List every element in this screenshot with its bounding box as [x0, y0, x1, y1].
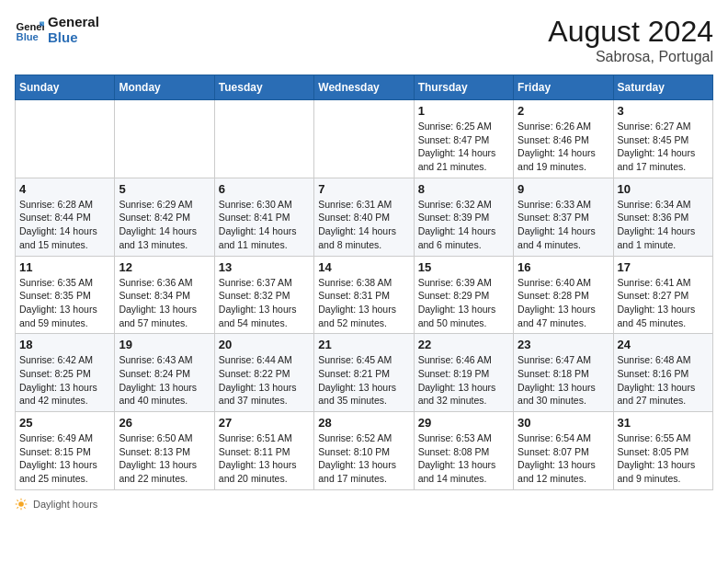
day-number: 21 [318, 338, 409, 351]
day-info: Sunrise: 6:51 AMSunset: 8:11 PMDaylight:… [219, 431, 310, 486]
calendar-cell: 31Sunrise: 6:55 AMSunset: 8:05 PMDayligh… [613, 412, 712, 490]
calendar-cell: 23Sunrise: 6:47 AMSunset: 8:18 PMDayligh… [514, 334, 613, 412]
calendar-table: SundayMondayTuesdayWednesdayThursdayFrid… [15, 75, 713, 490]
day-number: 8 [418, 182, 509, 196]
calendar-cell: 1Sunrise: 6:25 AMSunset: 8:47 PMDaylight… [414, 100, 513, 178]
day-info: Sunrise: 6:44 AMSunset: 8:22 PMDaylight:… [219, 353, 310, 408]
day-number: 9 [518, 182, 609, 196]
day-number: 30 [518, 416, 609, 430]
day-info: Sunrise: 6:52 AMSunset: 8:10 PMDaylight:… [318, 431, 409, 486]
svg-line-10 [24, 507, 25, 508]
calendar-cell [115, 100, 214, 178]
calendar-cell: 28Sunrise: 6:52 AMSunset: 8:10 PMDayligh… [314, 412, 414, 490]
logo-line1: General [48, 15, 99, 30]
calendar-cell: 3Sunrise: 6:27 AMSunset: 8:45 PMDaylight… [613, 100, 712, 178]
day-number: 18 [19, 338, 110, 351]
day-number: 12 [119, 260, 210, 274]
calendar-cell: 9Sunrise: 6:33 AMSunset: 8:37 PMDaylight… [514, 178, 613, 256]
calendar-cell: 20Sunrise: 6:44 AMSunset: 8:22 PMDayligh… [214, 334, 313, 412]
calendar-cell: 4Sunrise: 6:28 AMSunset: 8:44 PMDaylight… [16, 178, 115, 256]
day-number: 15 [418, 260, 509, 274]
calendar-cell: 5Sunrise: 6:29 AMSunset: 8:42 PMDaylight… [115, 178, 214, 256]
day-number: 14 [318, 260, 409, 274]
day-info: Sunrise: 6:43 AMSunset: 8:24 PMDaylight:… [119, 353, 210, 408]
calendar-cell: 2Sunrise: 6:26 AMSunset: 8:46 PMDaylight… [514, 100, 613, 178]
calendar-cell: 22Sunrise: 6:46 AMSunset: 8:19 PMDayligh… [414, 334, 513, 412]
calendar-cell: 12Sunrise: 6:36 AMSunset: 8:34 PMDayligh… [115, 256, 214, 334]
day-info: Sunrise: 6:36 AMSunset: 8:34 PMDaylight:… [119, 276, 210, 330]
sun-icon [15, 498, 28, 511]
calendar-cell: 18Sunrise: 6:42 AMSunset: 8:25 PMDayligh… [16, 334, 115, 412]
location: Sabrosa, Portugal [548, 49, 713, 65]
day-number: 25 [19, 416, 110, 430]
day-number: 31 [618, 416, 709, 430]
page-header: General Blue General Blue August 2024 Sa… [15, 15, 713, 65]
day-number: 23 [518, 338, 609, 351]
day-number: 17 [618, 260, 709, 274]
day-info: Sunrise: 6:25 AMSunset: 8:47 PMDaylight:… [418, 120, 509, 174]
day-number: 13 [219, 260, 310, 274]
day-info: Sunrise: 6:29 AMSunset: 8:42 PMDaylight:… [119, 198, 210, 252]
weekday-header: Saturday [613, 75, 712, 100]
day-number: 20 [219, 338, 310, 351]
day-info: Sunrise: 6:39 AMSunset: 8:29 PMDaylight:… [418, 276, 509, 330]
svg-line-9 [17, 500, 17, 500]
day-info: Sunrise: 6:40 AMSunset: 8:28 PMDaylight:… [518, 276, 609, 330]
calendar-cell: 26Sunrise: 6:50 AMSunset: 8:13 PMDayligh… [115, 412, 214, 490]
logo-icon: General Blue [15, 16, 44, 45]
calendar-cell: 17Sunrise: 6:41 AMSunset: 8:27 PMDayligh… [613, 256, 712, 334]
daylight-label: Daylight hours [33, 499, 97, 510]
svg-text:Blue: Blue [17, 31, 39, 42]
day-info: Sunrise: 6:34 AMSunset: 8:36 PMDaylight:… [618, 198, 709, 252]
day-number: 5 [119, 182, 210, 196]
day-number: 26 [119, 416, 210, 430]
day-info: Sunrise: 6:31 AMSunset: 8:40 PMDaylight:… [318, 198, 409, 252]
calendar-cell: 27Sunrise: 6:51 AMSunset: 8:11 PMDayligh… [214, 412, 313, 490]
weekday-header: Thursday [414, 75, 513, 100]
calendar-cell: 6Sunrise: 6:30 AMSunset: 8:41 PMDaylight… [214, 178, 313, 256]
day-info: Sunrise: 6:50 AMSunset: 8:13 PMDaylight:… [119, 431, 210, 486]
calendar-cell: 24Sunrise: 6:48 AMSunset: 8:16 PMDayligh… [613, 334, 712, 412]
weekday-header: Monday [115, 75, 214, 100]
calendar-cell: 14Sunrise: 6:38 AMSunset: 8:31 PMDayligh… [314, 256, 414, 334]
day-info: Sunrise: 6:33 AMSunset: 8:37 PMDaylight:… [518, 198, 609, 252]
calendar-cell [314, 100, 414, 178]
day-info: Sunrise: 6:32 AMSunset: 8:39 PMDaylight:… [418, 198, 509, 252]
day-info: Sunrise: 6:49 AMSunset: 8:15 PMDaylight:… [19, 431, 110, 486]
svg-line-11 [24, 500, 25, 500]
weekday-header: Sunday [16, 75, 115, 100]
svg-line-12 [17, 507, 17, 508]
day-info: Sunrise: 6:41 AMSunset: 8:27 PMDaylight:… [618, 276, 709, 330]
day-number: 10 [618, 182, 709, 196]
day-number: 29 [418, 416, 509, 430]
day-info: Sunrise: 6:45 AMSunset: 8:21 PMDaylight:… [318, 353, 409, 408]
day-number: 16 [518, 260, 609, 274]
calendar-header: SundayMondayTuesdayWednesdayThursdayFrid… [16, 75, 713, 100]
day-number: 24 [618, 338, 709, 351]
day-info: Sunrise: 6:26 AMSunset: 8:46 PMDaylight:… [518, 120, 609, 174]
calendar-cell: 25Sunrise: 6:49 AMSunset: 8:15 PMDayligh… [16, 412, 115, 490]
svg-point-4 [18, 501, 24, 507]
calendar-cell: 30Sunrise: 6:54 AMSunset: 8:07 PMDayligh… [514, 412, 613, 490]
logo: General Blue General Blue [15, 15, 99, 45]
day-info: Sunrise: 6:47 AMSunset: 8:18 PMDaylight:… [518, 353, 609, 408]
calendar-cell: 16Sunrise: 6:40 AMSunset: 8:28 PMDayligh… [514, 256, 613, 334]
calendar-cell: 7Sunrise: 6:31 AMSunset: 8:40 PMDaylight… [314, 178, 414, 256]
weekday-header: Friday [514, 75, 613, 100]
calendar-cell: 11Sunrise: 6:35 AMSunset: 8:35 PMDayligh… [16, 256, 115, 334]
day-info: Sunrise: 6:37 AMSunset: 8:32 PMDaylight:… [219, 276, 310, 330]
day-info: Sunrise: 6:46 AMSunset: 8:19 PMDaylight:… [418, 353, 509, 408]
day-number: 19 [119, 338, 210, 351]
day-number: 27 [219, 416, 310, 430]
day-number: 4 [19, 182, 110, 196]
day-number: 2 [518, 104, 609, 118]
day-number: 7 [318, 182, 409, 196]
day-info: Sunrise: 6:48 AMSunset: 8:16 PMDaylight:… [618, 353, 709, 408]
logo-line2: Blue [48, 30, 99, 46]
day-number: 11 [19, 260, 110, 274]
calendar-cell: 19Sunrise: 6:43 AMSunset: 8:24 PMDayligh… [115, 334, 214, 412]
day-info: Sunrise: 6:42 AMSunset: 8:25 PMDaylight:… [19, 353, 110, 408]
weekday-header: Tuesday [214, 75, 313, 100]
calendar-cell: 10Sunrise: 6:34 AMSunset: 8:36 PMDayligh… [613, 178, 712, 256]
day-info: Sunrise: 6:54 AMSunset: 8:07 PMDaylight:… [518, 431, 609, 486]
